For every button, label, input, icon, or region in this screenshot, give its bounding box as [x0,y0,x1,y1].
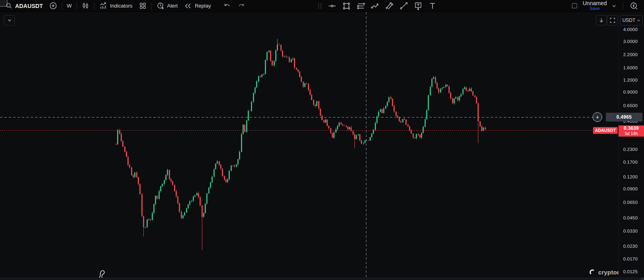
plus-glyph: + [596,114,599,120]
layout-name-button[interactable]: Unnamed Save [583,1,607,11]
indicators-icon [99,2,107,10]
price-tick: 0.0230 [619,244,644,249]
toolbar-separator [62,2,62,10]
scrollbar-corner [641,278,644,280]
price-tick: 1.2000 [619,78,644,82]
search-icon [6,2,12,9]
price-tick: 0.2300 [619,147,644,152]
price-tick: 0.0900 [619,186,644,191]
chart-style-button[interactable] [78,0,92,12]
tradingview-app: ADAUSDT W Indicators [0,0,644,280]
crosshair-vertical-line [366,12,366,278]
currency-label: USDT [622,18,636,23]
alert-button[interactable]: Alert [153,0,181,12]
last-price-value: 0.3639 [624,126,639,131]
last-price-box: 0.3639 5d 14h [619,125,644,137]
add-alert-plus-button[interactable]: + [593,112,602,122]
price-tick: 0.0330 [619,229,644,233]
redo-icon [237,2,245,10]
text-icon [428,2,437,10]
trend-line-icon [399,2,408,10]
price-tick: 2.2000 [619,52,644,57]
trend-zigzag-tool[interactable] [370,1,380,10]
price-tick: 0.9000 [619,90,644,94]
indicator-templates-button[interactable] [136,0,150,12]
price-tick: 0.1200 [619,174,644,179]
chevron-down-icon [7,18,12,23]
parallel-lines-tool[interactable] [356,1,365,10]
parallel-channel-tool[interactable] [385,1,394,10]
crosshair-price-label: 0.4965 [606,113,642,121]
toolbar-separator [94,2,94,10]
drawing-toolbar [317,0,437,12]
price-tick: 0.0650 [619,200,644,205]
price-tick: 4.0000 [619,27,644,32]
chevron-down-icon[interactable] [612,4,617,8]
plus-circle-icon [49,2,57,10]
price-tick: 0.0450 [619,215,644,220]
price-tick: 0.6500 [619,103,644,108]
fullscreen-button[interactable] [607,15,618,25]
layout-name: Unnamed [583,1,607,6]
rectangle-tool[interactable] [342,1,351,10]
price-tick: 1.6000 [619,65,644,70]
symbol-price-tag: ADAUSDT [593,127,618,134]
checkbox-icon[interactable] [571,2,578,9]
candlestick-chart[interactable] [0,0,619,280]
last-price-line [0,130,594,131]
price-scale-currency-button[interactable]: USDT [620,15,643,25]
replay-button[interactable]: Replay [181,0,214,12]
candlestick-style-icon [82,2,89,10]
layout-grid-icon [139,2,147,10]
price-tick: 3.0000 [619,39,644,44]
toolbar-separator [151,2,152,10]
replay-icon [184,2,192,10]
parallel-channel-icon [385,2,394,10]
toolbar-separator [76,2,77,10]
interval-label: W [67,3,72,9]
price-tick: 0.0170 [619,257,644,261]
arrow-down-icon [599,18,604,23]
chevron-down-icon [637,19,640,22]
bottom-scrollbar[interactable] [0,278,644,280]
alert-clock-icon [157,2,164,10]
parallel-lines-icon [356,2,365,10]
price-axis[interactable]: USDT 4.00003.00002.20001.60001.20000.900… [619,12,644,278]
rectangle-icon [342,2,351,10]
top-toolbar: ADAUSDT W Indicators [0,0,644,12]
legend-collapse-button[interactable] [4,15,15,25]
bar-countdown: 5d 14h [625,131,638,136]
zigzag-arrow-icon [371,2,380,10]
text-tool[interactable] [428,1,437,10]
toolbar-separator [623,2,623,10]
redo-button[interactable] [234,0,249,12]
indicators-button[interactable]: Indicators [96,0,135,12]
drag-handle-icon[interactable] [317,3,322,9]
expand-icon [610,18,615,23]
snapshot-camera-icon [630,2,638,10]
indicators-label: Indicators [110,3,132,9]
layout-cluster: Unnamed Save [571,0,639,12]
crosshair-horizontal-line [0,117,593,117]
undo-icon [223,2,231,10]
undo-button[interactable] [220,0,234,12]
save-label: Save [590,6,600,11]
trend-line-tool[interactable] [399,1,408,10]
scroll-to-recent-button[interactable] [596,15,607,25]
compare-add-symbol-button[interactable] [46,0,60,12]
horizontal-line-icon [328,2,337,10]
anchored-text-icon [414,2,423,10]
price-tick: 0.0125 [619,269,644,274]
symbol-search-button[interactable]: ADAUSDT [2,0,46,12]
snapshot-button[interactable] [630,1,639,10]
cryptonews-logo-icon [589,269,596,276]
price-tick: 0.1700 [619,160,644,164]
interval-button[interactable]: W [64,0,75,12]
anchored-text-tool[interactable] [413,1,423,10]
horizontal-line-tool[interactable] [327,1,337,10]
chart-area: cryptonews [0,12,619,278]
replay-label: Replay [195,3,211,9]
symbol-name: ADAUSDT [15,3,43,9]
alert-label: Alert [167,3,178,9]
